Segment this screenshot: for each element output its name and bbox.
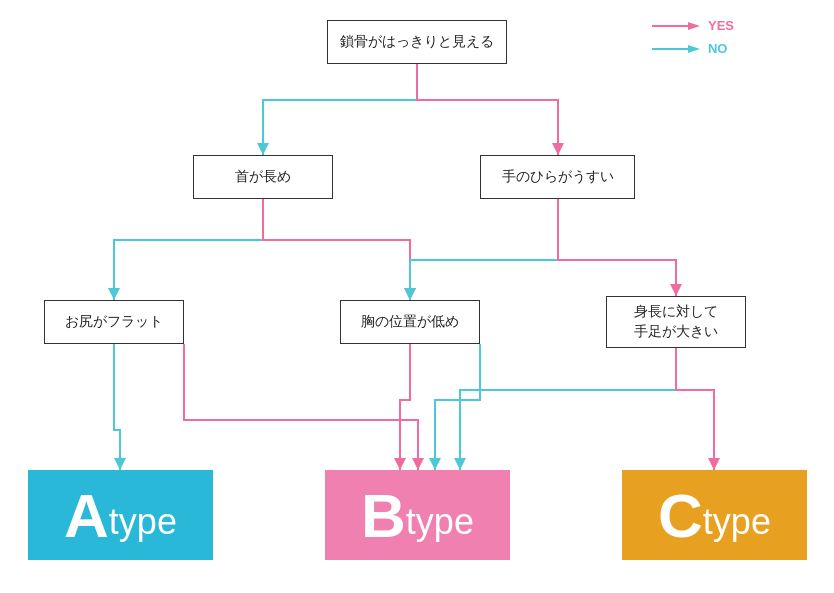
result-a-suffix: type xyxy=(109,501,177,543)
svg-marker-1 xyxy=(688,22,700,30)
node-rm: 身長に対して 手足が大きい xyxy=(606,296,746,348)
diagram: YES NO 鎖骨がはっきりと見える 首が長め 手のひらがうすい お尻がフラット… xyxy=(0,0,834,593)
legend-no-label: NO xyxy=(708,41,728,56)
legend-no: NO xyxy=(652,41,734,56)
svg-marker-3 xyxy=(688,45,700,53)
node-lm: 胸の位置が低め xyxy=(340,300,480,344)
legend-yes-label: YES xyxy=(708,18,734,33)
legend: YES NO xyxy=(652,18,734,56)
result-b-suffix: type xyxy=(406,501,474,543)
legend-yes: YES xyxy=(652,18,734,33)
result-c-label: C xyxy=(658,480,703,551)
result-c-suffix: type xyxy=(703,501,771,543)
node-left: 首が長め xyxy=(193,155,333,199)
result-b: Btype xyxy=(325,470,510,560)
node-root: 鎖骨がはっきりと見える xyxy=(327,20,507,64)
node-ll: お尻がフラット xyxy=(44,300,184,344)
result-a: Atype xyxy=(28,470,213,560)
node-right: 手のひらがうすい xyxy=(480,155,635,199)
result-a-label: A xyxy=(64,480,109,551)
result-c: Ctype xyxy=(622,470,807,560)
result-b-label: B xyxy=(361,480,406,551)
